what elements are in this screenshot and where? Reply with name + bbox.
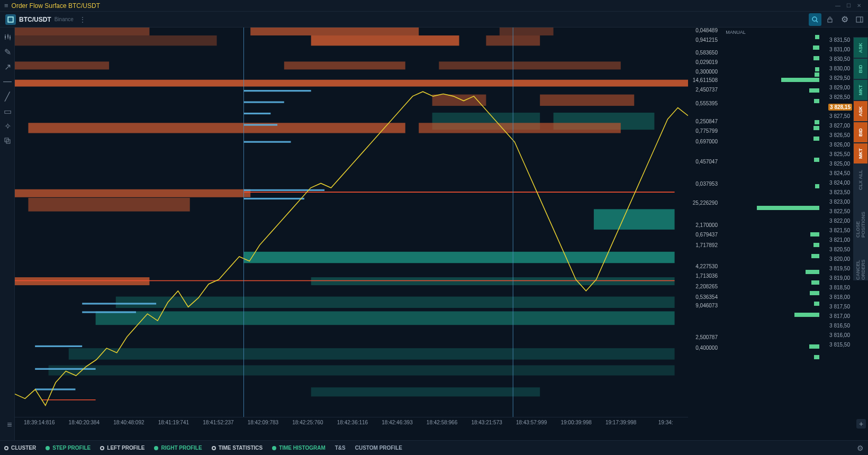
- dom-price-row[interactable]: 3 825,50: [829, 151, 850, 157]
- time-axis[interactable]: ≡ 18:39:14:81618:40:20:38418:40:48:09218…: [15, 417, 688, 440]
- trade-buttons: ASK BID MKT ASK BID MKT CLX ALL CLOSE PO…: [853, 37, 868, 280]
- ask2-button[interactable]: ASK: [853, 101, 868, 122]
- svg-line-2: [816, 21, 818, 22]
- mkt2-button[interactable]: MKT: [853, 143, 868, 164]
- footer-toggle-time-statistics[interactable]: TIME STATISTICS: [212, 445, 263, 451]
- dom-price-row[interactable]: 3 819,00: [829, 275, 850, 281]
- dom-price-row[interactable]: 3 825,00: [829, 161, 850, 167]
- close-positions-button[interactable]: CLOSE POSITIONS: [853, 196, 868, 238]
- layers-icon[interactable]: [0, 133, 15, 148]
- hline-icon[interactable]: —: [0, 74, 15, 89]
- chart-canvas[interactable]: [15, 28, 688, 417]
- dom-price-row[interactable]: 3 816,00: [829, 332, 850, 338]
- dom-price-row[interactable]: 3 823,50: [829, 189, 850, 195]
- bid2-button[interactable]: BID: [853, 122, 868, 143]
- symbol-badge-icon[interactable]: [5, 14, 16, 25]
- volume-labels-column: 0,0484890,9412150,5836500,0290190,300000…: [688, 28, 720, 417]
- dom-price-row[interactable]: 3 818,50: [829, 285, 850, 290]
- svg-rect-44: [243, 124, 277, 125]
- depth-bar: [813, 126, 819, 130]
- minimize-icon[interactable]: —: [833, 2, 843, 10]
- dom-price-row[interactable]: 3 831,00: [829, 47, 850, 52]
- hamburger-icon[interactable]: ≡: [4, 2, 8, 10]
- svg-rect-28: [28, 123, 405, 133]
- arrow-icon[interactable]: ↗: [0, 59, 15, 74]
- price-scale-column: MANUAL: [720, 28, 752, 417]
- clx-all-button[interactable]: CLX ALL: [853, 164, 868, 196]
- time-axis-menu-icon[interactable]: ≡: [2, 420, 17, 430]
- svg-rect-41: [243, 90, 311, 92]
- dom-price-row[interactable]: 3 826,00: [829, 142, 850, 148]
- footer-toggle-left-profile[interactable]: LEFT PROFILE: [100, 445, 144, 451]
- dom-price-row[interactable]: 3 831,50: [829, 37, 850, 43]
- rectangle-icon[interactable]: ▭: [0, 104, 15, 119]
- dom-price-row[interactable]: 3 829,00: [829, 85, 850, 90]
- dom-price-row[interactable]: 3 821,50: [829, 228, 850, 233]
- footer-toggle-cluster[interactable]: CLUSTER: [4, 445, 36, 451]
- dom-price-ladder[interactable]: 3 831,503 831,003 830,503 830,003 829,50…: [819, 28, 853, 417]
- dom-price-row[interactable]: 3 821,00: [829, 237, 850, 243]
- dom-price-row[interactable]: 3 830,00: [829, 66, 850, 71]
- svg-rect-24: [432, 95, 486, 106]
- trendline-icon[interactable]: ╱: [0, 89, 15, 104]
- cancel-orders-button[interactable]: CANCEL ORDERS: [853, 238, 868, 280]
- time-tick: 18:43:57:999: [509, 420, 554, 425]
- dom-price-row[interactable]: 3 817,50: [829, 304, 850, 310]
- svg-rect-50: [35, 345, 82, 347]
- candlestick-icon[interactable]: [0, 30, 15, 44]
- dom-price-row[interactable]: 3 829,50: [829, 75, 850, 81]
- svg-rect-16: [500, 28, 554, 35]
- depth-bar: [815, 35, 819, 39]
- footer-toggle-t&s[interactable]: T&S: [335, 445, 346, 451]
- toolbar: BTC/USDT Binance ⋮ ⚙: [0, 12, 868, 28]
- depth-bar: [813, 243, 819, 247]
- depth-bar: [810, 232, 819, 236]
- add-indicator-icon[interactable]: +: [856, 419, 866, 429]
- volume-label: 0,048489: [695, 28, 718, 33]
- svg-rect-30: [15, 189, 250, 197]
- footer-gear-icon[interactable]: ⚙: [857, 444, 864, 452]
- dom-price-row[interactable]: 3 826,50: [829, 132, 850, 138]
- gear-icon[interactable]: ⚙: [838, 13, 851, 26]
- ask-button[interactable]: ASK: [853, 37, 868, 58]
- volume-label: 0,037953: [695, 181, 718, 187]
- dom-current-price[interactable]: 3 828,15: [828, 104, 852, 111]
- dom-price-row[interactable]: 3 816,50: [829, 323, 850, 329]
- mkt-button[interactable]: MKT: [853, 79, 868, 101]
- dom-price-row[interactable]: 3 830,50: [829, 56, 850, 62]
- footer-toggle-custom-profile[interactable]: CUSTOM PROFILE: [355, 445, 402, 451]
- footer-toggle-step-profile[interactable]: STEP PROFILE: [46, 445, 91, 451]
- panel-icon[interactable]: [853, 13, 866, 26]
- symbol-text[interactable]: BTC/USDT: [19, 16, 51, 23]
- depth-bar: [814, 355, 819, 359]
- wand-icon[interactable]: ✧: [0, 119, 15, 133]
- close-icon[interactable]: ✕: [854, 2, 864, 10]
- dom-price-row[interactable]: 3 822,00: [829, 218, 850, 224]
- dom-price-row[interactable]: 3 818,00: [829, 294, 850, 300]
- dom-price-row[interactable]: 3 817,00: [829, 313, 850, 319]
- lock-icon[interactable]: [824, 13, 836, 26]
- dom-price-row[interactable]: 3 815,50: [829, 342, 850, 348]
- dom-price-row[interactable]: 3 827,00: [829, 123, 850, 129]
- bid-button[interactable]: BID: [853, 58, 868, 79]
- dom-price-row[interactable]: 3 820,50: [829, 247, 850, 252]
- pencil-icon[interactable]: ✎: [0, 44, 15, 59]
- more-icon[interactable]: ⋮: [79, 15, 86, 24]
- dom-price-row[interactable]: 3 823,00: [829, 199, 850, 205]
- dom-price-row[interactable]: 3 822,50: [829, 208, 850, 214]
- volume-label: 2,500787: [695, 334, 718, 340]
- dom-price-row[interactable]: 3 827,50: [829, 113, 850, 119]
- dom-price-row[interactable]: 3 820,00: [829, 256, 850, 262]
- footer-toggle-time-histogram[interactable]: TIME HISTOGRAM: [272, 445, 326, 451]
- footer-toggle-right-profile[interactable]: RIGHT PROFILE: [154, 445, 202, 451]
- time-tick: 19:00:39:998: [554, 420, 599, 425]
- dom-price-row[interactable]: 3 828,50: [829, 94, 850, 100]
- maximize-icon[interactable]: ☐: [844, 2, 853, 10]
- dom-price-row[interactable]: 3 819,50: [829, 266, 850, 271]
- orderflow-chart[interactable]: [15, 28, 688, 417]
- dom-price-row[interactable]: 3 824,50: [829, 170, 850, 176]
- dom-price-row[interactable]: 3 824,00: [829, 180, 850, 186]
- svg-rect-31: [28, 198, 189, 212]
- svg-rect-45: [243, 141, 291, 143]
- zoom-search-icon[interactable]: [809, 13, 821, 26]
